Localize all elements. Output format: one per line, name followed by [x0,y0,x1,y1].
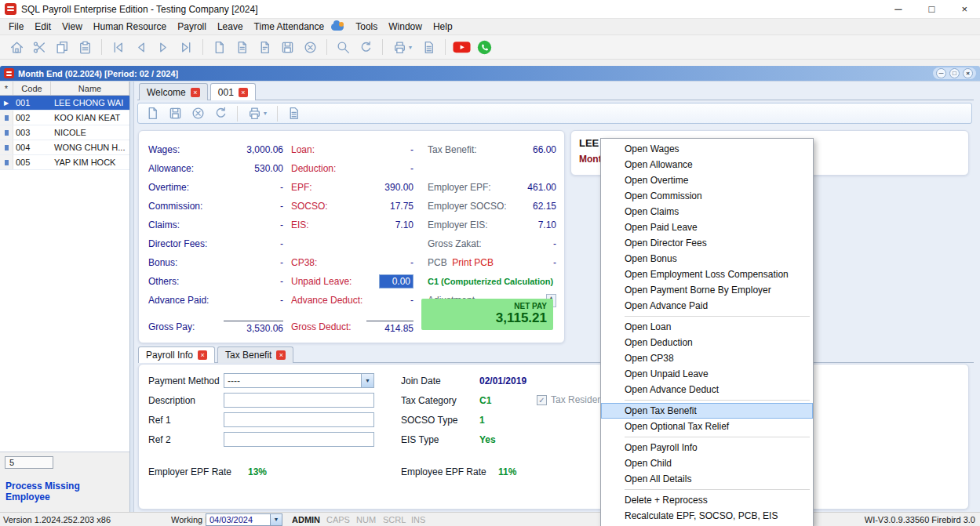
menu-time-attendance[interactable]: Time Attendance [249,20,330,34]
paste-icon[interactable] [75,37,96,57]
tab-payroll-info[interactable]: Payroll Info [138,346,215,363]
refresh-icon[interactable] [355,37,377,57]
table-row[interactable]: 002 KOO KIAN KEAT [0,111,129,125]
whatsapp-icon[interactable] [474,37,495,57]
home-icon[interactable] [6,37,27,57]
next-record-icon[interactable] [153,37,174,57]
ref1-input[interactable] [224,412,374,427]
menu-tools[interactable]: Tools [350,20,383,34]
context-menu-item[interactable]: Open Claims [601,204,813,219]
context-menu-item[interactable]: Open Director Fees [601,235,813,251]
cancel-icon[interactable] [300,37,321,57]
context-menu-item[interactable]: Open Commission [601,188,813,204]
context-menu-item[interactable]: Open Overtime [601,172,813,188]
dropdown-arrow-icon[interactable]: ▼ [270,514,282,525]
menu-payroll[interactable]: Payroll [172,20,212,34]
context-menu-item[interactable]: Open Payment Borne By Employer [601,282,813,298]
context-menu-item[interactable]: Open Allowance [601,157,813,172]
tab-tax-benefit[interactable]: Tax Benefit [217,346,293,363]
eis-value[interactable]: 7.10 [366,219,413,230]
cp38-value[interactable]: - [366,257,413,268]
dropdown-arrow-icon[interactable]: ▼ [361,374,373,387]
socso-value[interactable]: 17.75 [366,201,413,212]
commission-value[interactable]: - [224,201,283,212]
tab-close-icon[interactable] [276,350,286,360]
youtube-icon[interactable] [451,37,472,57]
table-row[interactable]: 003 NICOLE [0,125,129,140]
context-menu-item-highlighted[interactable]: Open Tax Benefit [601,403,813,419]
last-record-icon[interactable] [176,37,197,57]
tab-close-icon[interactable] [239,88,248,97]
deduction-value[interactable]: - [366,163,413,174]
context-menu-item[interactable]: Open Advance Paid [601,298,813,314]
wages-value[interactable]: 3,000.06 [224,144,283,155]
tab-close-icon[interactable] [191,88,200,97]
table-row[interactable]: ▶ 001 LEE CHONG WAI [0,96,129,111]
mdi-close-icon[interactable]: × [963,68,973,78]
context-menu-item[interactable]: Open Payroll Info [601,440,813,455]
claims-value[interactable]: - [224,219,283,230]
table-row[interactable]: 004 WONG CHUN H... [0,140,129,155]
column-header-name[interactable]: Name [51,82,129,95]
menu-view[interactable]: View [56,20,88,34]
menu-window[interactable]: Window [383,20,428,34]
menu-file[interactable]: File [3,20,29,34]
save-icon[interactable] [165,103,186,124]
epf-value[interactable]: 390.00 [366,182,413,193]
overtime-value[interactable]: - [224,182,283,193]
new-document-icon[interactable] [142,103,163,124]
mdi-minimize-icon[interactable]: ─ [936,68,946,78]
working-date-select[interactable]: 04/03/2024 ▼ [206,513,282,526]
copy-icon[interactable] [52,37,73,57]
context-menu-item[interactable]: Open Advance Deduct [601,382,813,397]
tab-001[interactable]: 001 [210,83,256,100]
open-document-icon[interactable] [231,37,253,57]
save-icon[interactable] [277,37,298,57]
allowance-value[interactable]: 530.00 [224,163,283,174]
tab-welcome[interactable]: Welcome [139,83,208,100]
menu-help[interactable]: Help [428,20,458,34]
ref2-input[interactable] [224,432,374,447]
search-icon[interactable] [333,37,354,57]
table-row[interactable]: 005 YAP KIM HOCK [0,155,129,170]
cut-icon[interactable] [29,37,50,57]
context-menu-item[interactable]: Open Wages [601,141,813,157]
context-menu-item[interactable]: Open Employment Loss Compensation [601,267,813,282]
menu-edit[interactable]: Edit [29,20,56,34]
refresh-icon[interactable] [210,103,231,124]
context-menu-item[interactable]: Open CP38 [601,350,813,366]
menu-human-resource[interactable]: Human Resource [88,20,172,34]
advance-paid-value[interactable]: - [224,295,283,306]
advance-deduct-value[interactable]: - [366,295,413,306]
column-header-code[interactable]: Code [13,82,51,95]
context-menu-item[interactable]: Delete + Reprocess [601,492,813,508]
context-menu-item[interactable]: Open Paid Leave [601,219,813,235]
loan-value[interactable]: - [366,144,413,155]
first-record-icon[interactable] [107,37,129,57]
cancel-icon[interactable] [188,103,209,124]
context-menu-item[interactable]: Recalculate EPF, SOCSO, PCB, EIS [601,508,813,524]
print-pcb-link[interactable]: Print PCB [452,257,494,268]
menu-leave[interactable]: Leave [212,20,249,34]
new-document-icon[interactable] [209,37,230,57]
others-value[interactable]: - [224,276,283,287]
director-fees-value[interactable]: - [224,238,283,249]
context-menu-item[interactable]: Open Optional Tax Relief [601,419,813,434]
print-icon[interactable]: ▼ [243,103,271,124]
context-menu-item[interactable]: Open All Details [601,471,813,487]
previous-record-icon[interactable] [130,37,151,57]
context-menu-item[interactable]: Open Bonus [601,251,813,267]
close-icon[interactable]: × [961,3,967,15]
unpaid-leave-input[interactable]: 0.00 [379,274,413,288]
maximize-icon[interactable]: □ [929,3,935,15]
bonus-value[interactable]: - [224,257,283,268]
print-preview-icon[interactable] [418,37,439,57]
context-menu-item[interactable]: Open Unpaid Leave [601,366,813,382]
print-icon[interactable]: ▼ [388,37,417,57]
minimize-icon[interactable]: ─ [894,3,902,15]
context-menu-item[interactable]: Open Loan [601,319,813,335]
process-missing-employee-link[interactable]: Process Missing Employee [0,473,129,512]
print-preview-icon[interactable] [283,103,304,124]
context-menu-item[interactable]: Open Child [601,455,813,471]
context-menu-item[interactable]: Open Deduction [601,335,813,350]
